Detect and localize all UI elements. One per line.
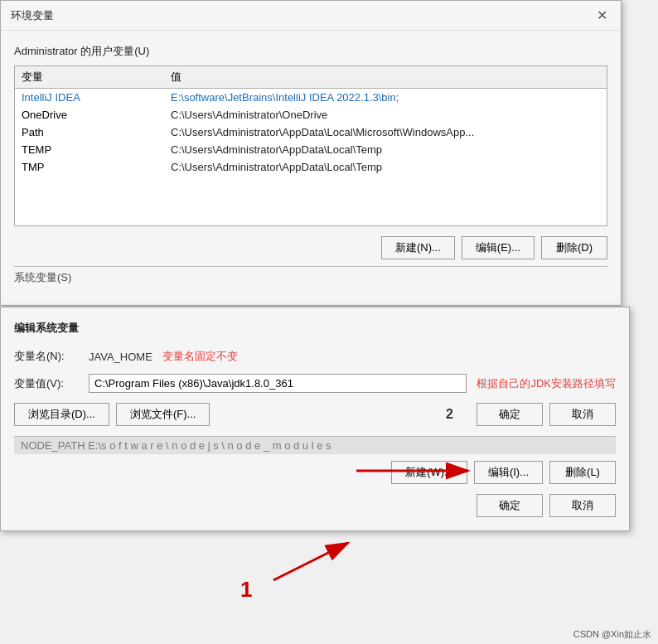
section-divider: 系统变量(S) (14, 266, 607, 285)
var-name-row: 变量名(N): JAVA_HOME 变量名固定不变 (14, 349, 616, 364)
browse-dir-button[interactable]: 浏览目录(D)... (14, 403, 109, 426)
table-row[interactable]: IntelliJ IDEA E:\software\JetBrains\Inte… (15, 89, 607, 106)
row-val: C:\Users\Administrator\OneDrive (171, 109, 327, 121)
var-name-value: JAVA_HOME (89, 351, 152, 363)
table-row[interactable]: TMP C:\Users\Administrator\AppData\Local… (15, 158, 607, 176)
svg-text:1: 1 (240, 577, 252, 602)
var-val-label: 变量值(V): (14, 376, 89, 391)
env-close-button[interactable]: ✕ (593, 7, 611, 23)
table-row[interactable]: TEMP C:\Users\Administrator\AppData\Loca… (15, 141, 607, 158)
var-name-label: 变量名(N): (14, 349, 89, 364)
row-var: OneDrive (22, 109, 171, 121)
node-path-text: NODE_PATH E:\s o f t w a r e \ n o d e j… (21, 439, 331, 452)
table-row[interactable]: OneDrive C:\Users\Administrator\OneDrive (15, 106, 607, 123)
user-btn-row: 新建(N)... 编辑(E)... 删除(D) (14, 236, 607, 259)
sys-new-button[interactable]: 新建(W)... (391, 461, 467, 484)
row-var: IntelliJ IDEA (22, 91, 171, 104)
dialog-outer: 环境变量 ✕ Administrator 的用户变量(U) 变量 值 Intel… (0, 0, 658, 644)
header-val: 值 (171, 70, 181, 85)
sys-section-title: 系统变量(S) (14, 271, 71, 283)
edit-dialog: 编辑系统变量 变量名(N): JAVA_HOME 变量名固定不变 变量值(V):… (0, 307, 630, 531)
row-var: TMP (22, 161, 171, 173)
sys-edit-button[interactable]: 编辑(I)... (474, 461, 543, 484)
user-edit-button[interactable]: 编辑(E)... (462, 236, 535, 259)
env-titlebar: 环境变量 ✕ (1, 1, 621, 31)
user-new-button[interactable]: 新建(N)... (381, 236, 455, 259)
var-val-hint: 根据自己的JDK安装路径填写 (477, 376, 616, 391)
main-ok-button[interactable]: 确定 (477, 494, 543, 517)
watermark: CSDN @Xin如止水 (573, 628, 651, 641)
var-val-input[interactable] (89, 374, 467, 393)
table-header: 变量 值 (15, 66, 607, 89)
row-var: TEMP (22, 143, 171, 156)
row-val: C:\Users\Administrator\AppData\Local\Mic… (171, 126, 474, 138)
row-val: C:\Users\Administrator\AppData\Local\Tem… (171, 161, 382, 173)
var-name-hint: 变量名固定不变 (162, 349, 238, 364)
edit-browse-btns: 浏览目录(D)... 浏览文件(F)... 2 确定 取消 (14, 403, 616, 426)
sys-btn-row: 新建(W)... 编辑(I)... 删除(L) (14, 461, 616, 484)
row-val: E:\software\JetBrains\IntelliJ IDEA 2022… (171, 91, 399, 104)
edit-dialog-content: 编辑系统变量 变量名(N): JAVA_HOME 变量名固定不变 变量值(V):… (1, 307, 629, 530)
env-dialog: 环境变量 ✕ Administrator 的用户变量(U) 变量 值 Intel… (0, 0, 622, 306)
row-var: Path (22, 126, 171, 138)
row-val: C:\Users\Administrator\AppData\Local\Tem… (171, 143, 382, 156)
user-delete-button[interactable]: 删除(D) (541, 236, 607, 259)
header-var: 变量 (22, 70, 171, 85)
edit-ok-button[interactable]: 确定 (477, 403, 543, 426)
env-dialog-content: Administrator 的用户变量(U) 变量 值 IntelliJ IDE… (1, 31, 621, 305)
user-var-table: 变量 值 IntelliJ IDEA E:\software\JetBrains… (14, 65, 607, 226)
edit-cancel-button[interactable]: 取消 (549, 403, 616, 426)
browse-file-button[interactable]: 浏览文件(F)... (116, 403, 210, 426)
edit-dialog-title: 编辑系统变量 (14, 321, 616, 336)
node-path-row: NODE_PATH E:\s o f t w a r e \ n o d e j… (14, 436, 616, 454)
var-val-row: 变量值(V): 根据自己的JDK安装路径填写 (14, 374, 616, 393)
main-cancel-button[interactable]: 取消 (549, 494, 616, 517)
user-section-title: Administrator 的用户变量(U) (14, 44, 607, 59)
svg-line-2 (273, 543, 348, 580)
sys-delete-button[interactable]: 删除(L) (549, 461, 616, 484)
env-dialog-title: 环境变量 (11, 8, 54, 23)
table-row-path[interactable]: Path C:\Users\Administrator\AppData\Loca… (15, 123, 607, 141)
main-confirm-btn-row: 确定 取消 (14, 494, 616, 517)
table-spacer (15, 176, 607, 225)
step-2-label: 2 (446, 407, 453, 422)
